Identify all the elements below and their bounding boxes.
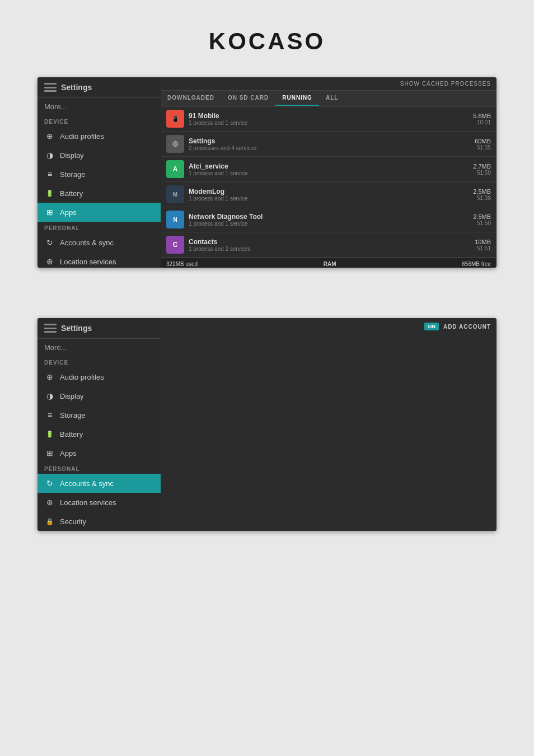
sidebar-item-location-1[interactable]: Location services [38,252,161,268]
app-time-network: 51:50 [473,220,491,226]
app-time-contacts: 51:51 [475,245,491,251]
location-label-2: Location services [60,498,116,507]
app-time-settings: 51:35 [475,144,491,151]
app-info-contacts: Contacts 1 process and 2 services [189,238,475,252]
ram-free-label: 656MB free [462,261,491,267]
add-account-button[interactable]: ADD ACCOUNT [443,324,491,330]
screen2-container: Settings More... DEVICE Audio profiles D… [38,318,496,531]
accounts-icon-1 [44,237,55,248]
app-sub-mobile: 1 process and 1 service [189,120,473,126]
app-icon-mobile: 📱 [166,110,184,128]
app-size-modem: 2.5MB [473,188,491,195]
accounts-content-header: ON ADD ACCOUNT [161,318,496,335]
app-info-modem: ModemLog 1 process and 1 service [189,188,473,202]
settings-title-bar-1: Settings [38,77,161,98]
audio-icon-2 [44,371,55,382]
battery-label-2: Battery [60,430,83,438]
app-size-atci: 2.7MB [473,163,491,170]
show-cached-button[interactable]: SHOW CACHED PROCESSES [400,81,491,87]
audio-icon-1 [44,130,55,142]
ram-center-text: RAM [324,261,336,267]
sidebar-item-accounts-2[interactable]: Accounts & sync [38,474,161,493]
display-label-1: Display [60,151,84,160]
location-icon-1 [44,256,55,267]
display-icon-2 [44,390,55,402]
sidebar-item-security-2[interactable]: Security [38,512,161,531]
screen1-container: Settings More... DEVICE Audio profiles D… [38,77,496,268]
sidebar-item-audio-1[interactable]: Audio profiles [38,127,161,146]
tab-downloaded[interactable]: DOWNLOADED [161,91,221,106]
app-row-network[interactable]: N Network Diagnose Tool 1 process and 1 … [161,207,496,232]
app-size-network: 2.5MB [473,213,491,220]
accounts-label-1: Accounts & sync [60,239,114,247]
audio-label-2: Audio profiles [60,373,104,381]
app-time-mobile: 10:01 [473,119,491,125]
sidebar-item-accounts-1[interactable]: Accounts & sync [38,233,161,252]
app-stats-settings: 60MB 51:35 [475,138,491,151]
personal-section-label-2: PERSONAL [38,463,161,474]
sidebar-item-display-1[interactable]: Display [38,146,161,165]
battery-icon-2 [44,428,55,440]
app-name-mobile: 91 Mobile [189,112,473,120]
app-info-network: Network Diagnose Tool 1 process and 1 se… [189,213,473,227]
tab-running[interactable]: RUNNING [275,91,319,106]
app-sub-modem: 1 process and 1 service [189,195,473,202]
sidebar-item-battery-1[interactable]: Battery [38,184,161,203]
apps-icon-1 [44,207,55,218]
app-row-contacts[interactable]: C Contacts 1 process and 2 services 10MB… [161,232,496,258]
security-icon-2 [44,516,55,527]
spacer [11,276,523,310]
apps-label-1: Apps [60,208,77,217]
app-info-atci: Atci_service 1 process and 1 service [189,162,473,176]
app-icon-modem: M [166,185,184,203]
app-icon-network: N [166,211,184,228]
sidebar-item-battery-2[interactable]: Battery [38,424,161,444]
ram-label-row: 321MB used RAM 656MB free [166,261,491,267]
ram-used-label: 321MB used [166,261,198,267]
apps-icon-2 [44,447,55,459]
sidebar-item-storage-1[interactable]: Storage [38,165,161,184]
accounts-label-2: Accounts & sync [60,479,114,488]
accounts-content-empty [161,335,496,503]
app-row-modem[interactable]: M ModemLog 1 process and 1 service 2.5MB… [161,182,496,207]
app-icon-settings: ⚙ [166,135,184,153]
settings-label-2: Settings [61,324,92,333]
settings-hamburger-icon [44,83,57,92]
sidebar-item-display-2[interactable]: Display [38,386,161,405]
sidebar-item-apps-2[interactable]: Apps [38,444,161,463]
tabs-bar-1: DOWNLOADED ON SD CARD RUNNING ALL [161,91,496,106]
app-size-contacts: 10MB [475,239,491,245]
apps-label-2: Apps [60,449,77,458]
storage-icon-2 [44,409,55,421]
sidebar-item-storage-2[interactable]: Storage [38,405,161,424]
app-stats-mobile: 5.6MB 10:01 [473,113,491,125]
app-row-atci[interactable]: A Atci_service 1 process and 1 service 2… [161,157,496,182]
app-name-contacts: Contacts [189,238,475,246]
brand-header: KOCASO [11,11,523,69]
sidebar-item-apps-1[interactable]: Apps [38,203,161,222]
app-info-mobile: 91 Mobile 1 process and 1 service [189,112,473,126]
app-name-atci: Atci_service [189,162,473,170]
app-row-settings[interactable]: ⚙ Settings 2 processes and 4 services 60… [161,132,496,157]
on-badge: ON [424,323,439,330]
app-stats-contacts: 10MB 51:51 [475,239,491,251]
sidebar-2: Settings More... DEVICE Audio profiles D… [38,318,161,531]
sidebar-more-1[interactable]: More... [38,98,161,115]
app-list-1: 📱 91 Mobile 1 process and 1 service 5.6M… [161,106,496,258]
sidebar-item-location-2[interactable]: Location services [38,493,161,512]
app-row-mobile[interactable]: 📱 91 Mobile 1 process and 1 service 5.6M… [161,106,496,132]
display-icon-1 [44,150,55,161]
storage-icon-1 [44,169,55,180]
app-stats-network: 2.5MB 51:50 [473,213,491,226]
device-section-label-1: DEVICE [38,115,161,127]
tab-all[interactable]: ALL [319,91,345,106]
app-icon-atci: A [166,160,184,178]
app-name-settings: Settings [189,137,475,145]
sidebar-more-2[interactable]: More... [38,339,161,356]
storage-label-1: Storage [60,170,86,179]
sidebar-item-audio-2[interactable]: Audio profiles [38,367,161,386]
battery-label-1: Battery [60,189,83,198]
ram-bar-container: 321MB used RAM 656MB free [161,258,496,268]
security-label-2: Security [60,517,86,526]
tab-on-sd-card[interactable]: ON SD CARD [221,91,275,106]
